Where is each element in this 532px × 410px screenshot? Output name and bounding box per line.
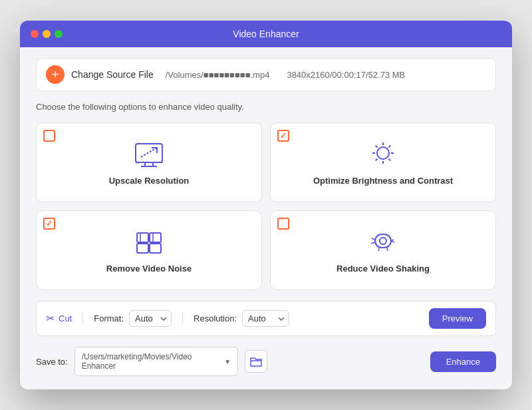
svg-rect-0: [136, 144, 162, 162]
noise-icon: [132, 228, 166, 257]
add-source-button[interactable]: +: [46, 65, 65, 84]
brightness-icon: [366, 140, 400, 169]
svg-line-27: [378, 248, 379, 251]
svg-line-13: [389, 145, 391, 147]
toolbar-divider-1: [82, 312, 83, 325]
option-card-brightness[interactable]: Optimize Brightness and Contrast: [270, 122, 496, 202]
window-title: Video Enhancer: [233, 29, 299, 39]
preview-button[interactable]: Preview: [429, 308, 486, 329]
svg-line-25: [372, 238, 375, 240]
option-card-noise[interactable]: Remove Video Noise: [36, 210, 262, 290]
app-window: Video Enhancer + Change Source File /Vol…: [20, 21, 512, 389]
folder-icon: [250, 356, 262, 367]
checkbox-shaking[interactable]: [277, 218, 289, 230]
cut-label: Cut: [59, 313, 72, 323]
upscale-icon: [132, 140, 166, 169]
option-label-upscale: Upscale Resolution: [109, 176, 190, 186]
dropdown-arrow-icon: ▼: [224, 358, 231, 365]
svg-rect-17: [137, 244, 148, 253]
format-select[interactable]: Auto MP4 MOV AVI MKV: [129, 310, 172, 327]
traffic-lights: [31, 30, 63, 38]
checkbox-brightness[interactable]: [277, 130, 289, 142]
svg-rect-18: [150, 244, 161, 253]
save-path-text: /Users/marketing/Movies/Video Enhancer: [82, 352, 225, 371]
cut-button[interactable]: ✂ Cut: [46, 312, 72, 325]
source-file-meta: 3840x2160/00:00:17/52.73 MB: [287, 70, 405, 80]
resolution-label: Resolution:: [194, 313, 237, 323]
source-file-path: /Volumes/■■■■■■■■■.mp4: [166, 70, 270, 80]
close-button[interactable]: [31, 30, 39, 38]
browse-folder-button[interactable]: [245, 350, 267, 373]
option-label-noise: Remove Video Noise: [106, 264, 192, 274]
checkbox-upscale[interactable]: [43, 130, 55, 142]
save-path-display[interactable]: /Users/marketing/Movies/Video Enhancer ▼: [74, 347, 238, 376]
svg-point-6: [377, 147, 389, 159]
options-grid: Upscale Resolution: [36, 122, 496, 290]
shaking-icon: [366, 228, 400, 257]
change-source-label: Change Source File: [71, 69, 154, 80]
source-bar: + Change Source File /Volumes/■■■■■■■■■.…: [36, 58, 496, 91]
save-to-label: Save to:: [36, 357, 68, 367]
svg-line-28: [387, 248, 388, 251]
svg-line-14: [376, 158, 378, 160]
option-label-brightness: Optimize Brightness and Contrast: [313, 176, 453, 186]
maximize-button[interactable]: [55, 30, 63, 38]
svg-rect-15: [137, 233, 148, 242]
format-group: Format: Auto MP4 MOV AVI MKV: [94, 310, 172, 327]
resolution-group: Resolution: Auto 720p 1080p 4K: [194, 310, 289, 327]
svg-line-26: [371, 242, 375, 244]
main-content: + Change Source File /Volumes/■■■■■■■■■.…: [20, 47, 512, 389]
enhance-button[interactable]: Enhance: [430, 351, 496, 372]
svg-point-22: [380, 238, 386, 244]
svg-rect-21: [375, 234, 391, 248]
save-bar: Save to: /Users/marketing/Movies/Video E…: [36, 347, 496, 376]
scissors-icon: ✂: [46, 312, 55, 325]
resolution-select[interactable]: Auto 720p 1080p 4K: [242, 310, 289, 327]
bottom-toolbar: ✂ Cut Format: Auto MP4 MOV AVI MKV Resol…: [36, 301, 496, 336]
svg-line-12: [389, 158, 391, 160]
option-label-shaking: Reduce Video Shaking: [336, 264, 430, 274]
minimize-button[interactable]: [43, 30, 51, 38]
svg-line-11: [376, 145, 378, 147]
titlebar: Video Enhancer: [20, 21, 512, 47]
svg-line-5: [141, 148, 157, 157]
checkbox-noise[interactable]: [43, 218, 55, 230]
format-label: Format:: [94, 313, 124, 323]
svg-rect-16: [150, 233, 161, 242]
toolbar-divider-2: [182, 312, 183, 325]
instruction-text: Choose the following options to enhance …: [36, 102, 496, 112]
option-card-shaking[interactable]: Reduce Video Shaking: [270, 210, 496, 290]
option-card-upscale[interactable]: Upscale Resolution: [36, 122, 262, 202]
